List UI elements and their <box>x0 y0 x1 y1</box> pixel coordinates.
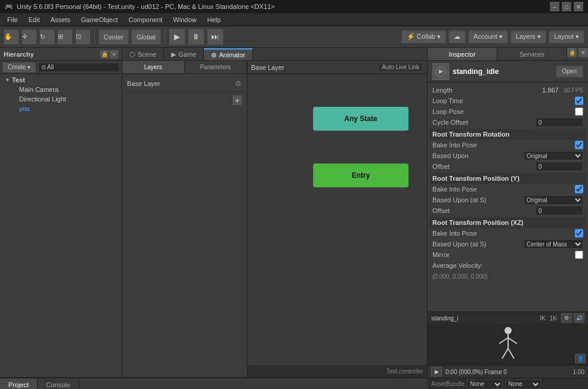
hand-tool-button[interactable]: ✋ <box>4 29 19 45</box>
bake-pose-label: Bake Into Pose <box>432 141 575 149</box>
hierarchy-lock-icon[interactable]: 🔒 <box>100 50 109 58</box>
inspector-icons: 🔒 ≡ <box>567 48 588 60</box>
tab-animator[interactable]: ⊛ Animator <box>204 48 253 60</box>
parameters-tab-label: Parameters <box>200 64 231 70</box>
root-pos-y-section: Root Transform Position (Y) <box>430 173 586 184</box>
based-upon-xz-label: Based Upon (at S) <box>432 240 524 248</box>
scene-icon: ⬡ <box>129 51 135 58</box>
cycle-offset-input[interactable] <box>536 118 583 127</box>
bake-pos-xz-label: Bake Into Pose <box>432 230 575 237</box>
based-upon-xz-dropdown[interactable]: Center of Mass <box>524 239 583 249</box>
hierarchy-panel: Hierarchy 🔒 ≡ Create ▾ ▼ Test Main Camer… <box>0 48 122 377</box>
avg-velocity-value-row: (0.000, 0.000, 0.000) <box>430 271 586 282</box>
hierarchy-header-icons: 🔒 ≡ <box>100 50 118 58</box>
menu-edit[interactable]: Edit <box>24 15 45 24</box>
preview-speaker-btn[interactable]: 🔊 <box>574 313 584 323</box>
inspector-tab[interactable]: Inspector <box>428 48 497 60</box>
toolbar-separator-2 <box>165 30 165 44</box>
menu-window[interactable]: Window <box>168 15 201 24</box>
preview-settings-btn[interactable]: ⚙ <box>561 313 572 323</box>
minimize-button[interactable]: – <box>550 2 559 11</box>
character-preview <box>493 326 523 365</box>
inspector-menu-icon[interactable]: ≡ <box>578 48 588 57</box>
tab-project[interactable]: Project <box>0 379 38 389</box>
mirror-checkbox[interactable] <box>575 251 583 259</box>
animator-tab-parameters[interactable]: Parameters <box>185 61 247 73</box>
loop-time-checkbox[interactable] <box>575 97 583 105</box>
loop-pose-checkbox[interactable] <box>575 107 583 116</box>
tab-scene[interactable]: ⬡ Scene <box>122 48 164 60</box>
global-toggle-button[interactable]: Global <box>131 29 161 45</box>
cloud-button[interactable]: ☁ <box>448 30 466 44</box>
entry-state-node[interactable]: Entry <box>313 163 408 187</box>
based-upon-dropdown[interactable]: Original <box>524 151 583 160</box>
tab-game[interactable]: ▶ Game <box>164 48 204 60</box>
controller-name: Test.controller <box>386 368 423 375</box>
inspector-clip-header: standing_idle Open <box>428 61 588 82</box>
pause-button[interactable]: ⏸ <box>188 29 205 45</box>
layer-settings-icon[interactable]: ⚙ <box>234 79 242 88</box>
maximize-button[interactable]: □ <box>562 2 571 11</box>
console-tab-label: Console <box>46 381 70 388</box>
move-tool-button[interactable]: ✛ <box>21 29 37 45</box>
scale-tool-button[interactable]: ⊞ <box>57 29 73 45</box>
open-clip-button[interactable]: Open <box>556 66 583 78</box>
menu-assets[interactable]: Assets <box>46 15 75 24</box>
svg-point-2 <box>505 327 512 334</box>
services-tab[interactable]: Services <box>497 48 567 60</box>
layout-button[interactable]: Layout ▾ <box>549 30 584 44</box>
root-pos-xz-section: Root Transform Position (XZ) <box>430 217 586 228</box>
offset-y-input[interactable] <box>536 206 583 215</box>
menu-gameobject[interactable]: GameObject <box>76 15 123 24</box>
bake-pose-checkbox[interactable] <box>575 141 583 149</box>
hierarchy-item-maincamera[interactable]: Main Camera <box>0 85 122 94</box>
close-button[interactable]: ✕ <box>574 2 583 11</box>
menu-file[interactable]: File <box>2 15 23 24</box>
menu-component[interactable]: Component <box>123 15 167 24</box>
step-button[interactable]: ⏭ <box>207 29 224 45</box>
menu-help[interactable]: Help <box>202 15 225 24</box>
preview-play-button[interactable]: ▶ <box>431 367 442 376</box>
any-state-node[interactable]: Any State <box>313 107 408 131</box>
offset-input[interactable] <box>536 162 583 171</box>
clip-name: standing_idle <box>453 67 552 76</box>
hierarchy-menu-icon[interactable]: ≡ <box>110 50 118 58</box>
bake-pos-xz-row: Bake Into Pose <box>430 228 586 239</box>
preview-canvas: 👤 <box>428 324 588 366</box>
length-label: Length <box>432 87 523 94</box>
length-value: 1.867 <box>523 87 559 94</box>
based-upon-y-dropdown[interactable]: Original <box>524 195 583 205</box>
bake-pos-y-checkbox[interactable] <box>575 185 583 193</box>
layers-tab-label: Layers <box>144 64 162 70</box>
tab-console[interactable]: Console <box>38 379 79 389</box>
hierarchy-create-button[interactable]: Create ▾ <box>2 62 36 73</box>
play-button[interactable]: ▶ <box>169 29 185 45</box>
time-duration: 1.00 <box>573 369 584 375</box>
asset-bundle-dropdown-2[interactable]: None <box>505 379 541 389</box>
hierarchy-root-label: Test <box>12 76 25 84</box>
auto-live-link-label[interactable]: Auto Live Link <box>377 62 423 72</box>
layers-button[interactable]: Layers ▾ <box>510 30 546 44</box>
animator-tab-layers[interactable]: Layers <box>122 61 185 73</box>
inspector-lock-icon[interactable]: 🔒 <box>567 48 577 57</box>
inspector-content: Length 1.867 30 FPS Loop Time Loop Pose … <box>428 82 588 311</box>
collab-button[interactable]: ⚡ Collab ▾ <box>401 30 446 44</box>
account-button[interactable]: Account ▾ <box>468 30 508 44</box>
preview-avatar-btn[interactable]: 👤 <box>575 354 586 363</box>
bake-pos-xz-checkbox[interactable] <box>575 229 583 237</box>
rotate-tool-button[interactable]: ↻ <box>39 29 55 45</box>
rect-tool-button[interactable]: ⊡ <box>75 29 91 45</box>
hierarchy-item-you[interactable]: you <box>0 104 122 113</box>
animator-canvas[interactable]: Any State Entry <box>247 74 427 365</box>
hierarchy-root-item[interactable]: ▼ Test <box>0 75 122 85</box>
cycle-offset-row: Cycle Offset <box>430 117 586 128</box>
hierarchy-item-directionallight[interactable]: Directional Light <box>0 94 122 104</box>
asset-bundle-dropdown-1[interactable]: None <box>467 379 503 389</box>
add-layer-button[interactable]: + <box>233 95 242 105</box>
project-tab-label: Project <box>8 381 29 388</box>
hierarchy-search-input[interactable] <box>38 63 119 72</box>
avg-velocity-value: (0.000, 0.000, 0.000) <box>432 273 488 280</box>
inspector-panel: Inspector Services 🔒 ≡ standing_idle Ope… <box>427 48 588 377</box>
layer-item-base[interactable]: Base Layer ⚙ <box>123 75 246 92</box>
center-toggle-button[interactable]: Center <box>98 29 129 45</box>
